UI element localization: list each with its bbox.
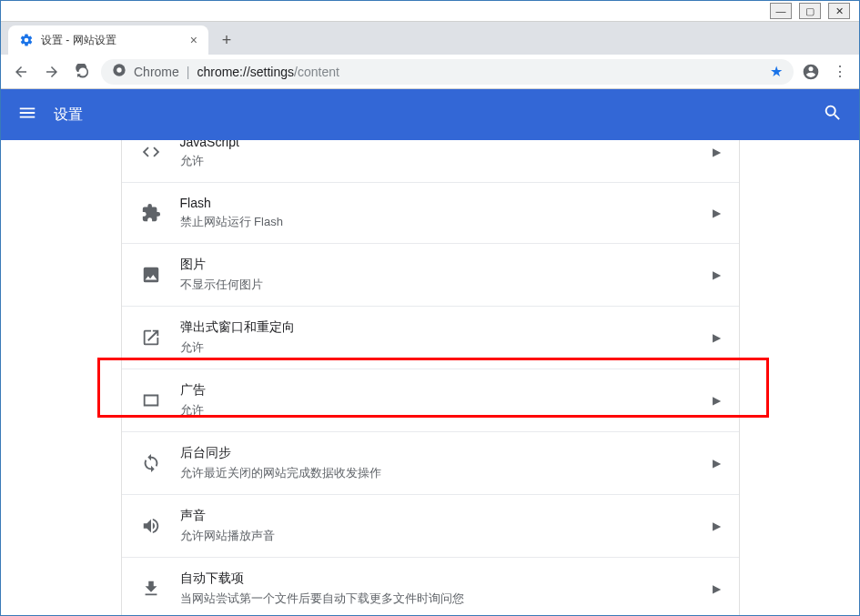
- back-button[interactable]: [8, 59, 34, 85]
- item-popups[interactable]: 弹出式窗口和重定向 允许 ▶: [122, 307, 739, 369]
- toolbar: Chrome | chrome://settings/content ★ ⋮: [1, 55, 859, 89]
- item-title: 自动下载项: [180, 571, 694, 587]
- app-header: 设置: [1, 89, 859, 140]
- item-ads[interactable]: 广告 允许 ▶: [122, 369, 739, 432]
- scroll-region[interactable]: JavaScript 允许 ▶ Flash 禁止网站运行 Flash ▶: [1, 140, 859, 615]
- chevron-right-icon: ▶: [713, 457, 721, 470]
- page-title: 设置: [54, 106, 83, 125]
- item-subtitle: 允许网站播放声音: [180, 528, 694, 544]
- forward-button[interactable]: [39, 59, 65, 85]
- maximize-button[interactable]: ▢: [799, 3, 821, 19]
- omnibox-separator: |: [187, 65, 190, 79]
- window-controls: — ▢ ✕: [1, 1, 859, 22]
- reload-button[interactable]: [70, 59, 96, 85]
- chevron-right-icon: ▶: [713, 268, 721, 281]
- sound-icon: [140, 515, 162, 537]
- popup-icon: [140, 327, 162, 348]
- minimize-button[interactable]: —: [770, 3, 792, 19]
- new-tab-button[interactable]: +: [214, 27, 239, 53]
- item-title: 声音: [180, 508, 694, 524]
- image-icon: [140, 264, 162, 286]
- item-sound[interactable]: 声音 允许网站播放声音 ▶: [122, 495, 739, 558]
- tab-strip: 设置 - 网站设置 × +: [1, 22, 859, 55]
- chevron-right-icon: ▶: [713, 582, 721, 595]
- extension-icon: [140, 202, 162, 224]
- item-title: Flash: [180, 196, 694, 210]
- profile-avatar[interactable]: [799, 60, 823, 84]
- hamburger-icon[interactable]: [17, 103, 37, 126]
- chevron-right-icon: ▶: [713, 146, 721, 158]
- chevron-right-icon: ▶: [713, 331, 721, 344]
- item-title: 广告: [180, 382, 694, 399]
- item-subtitle: 允许: [180, 153, 694, 169]
- chrome-icon: [112, 63, 126, 80]
- download-icon: [140, 578, 162, 600]
- tab-title: 设置 - 网站设置: [41, 33, 116, 48]
- chevron-right-icon: ▶: [713, 520, 721, 532]
- omnibox-url: chrome://settings/content: [197, 65, 339, 79]
- item-subtitle: 不显示任何图片: [180, 277, 694, 293]
- item-subtitle: 允许最近关闭的网站完成数据收发操作: [180, 465, 694, 481]
- close-window-button[interactable]: ✕: [828, 3, 850, 19]
- item-title: 图片: [180, 257, 694, 273]
- svg-point-1: [116, 67, 121, 72]
- code-icon: [140, 141, 162, 163]
- item-title: 后台同步: [180, 445, 694, 461]
- item-javascript[interactable]: JavaScript 允许 ▶: [122, 140, 739, 183]
- item-subtitle: 允许: [180, 402, 694, 419]
- item-background-sync[interactable]: 后台同步 允许最近关闭的网站完成数据收发操作 ▶: [122, 432, 739, 495]
- item-subtitle: 当网站尝试第一个文件后要自动下载更多文件时询问您: [180, 591, 694, 607]
- search-icon[interactable]: [823, 103, 843, 126]
- chevron-right-icon: ▶: [713, 207, 721, 219]
- omnibox-prefix: Chrome: [134, 65, 179, 79]
- item-images[interactable]: 图片 不显示任何图片 ▶: [122, 244, 739, 307]
- sync-icon: [140, 452, 162, 474]
- item-auto-download[interactable]: 自动下载项 当网站尝试第一个文件后要自动下载更多文件时询问您 ▶: [122, 558, 739, 615]
- menu-button[interactable]: ⋮: [828, 60, 852, 84]
- item-flash[interactable]: Flash 禁止网站运行 Flash ▶: [122, 183, 739, 244]
- gear-icon: [19, 33, 34, 47]
- chevron-right-icon: ▶: [713, 394, 721, 407]
- bookmark-star-icon[interactable]: ★: [770, 63, 783, 80]
- browser-tab[interactable]: 设置 - 网站设置 ×: [8, 25, 208, 55]
- item-title: JavaScript: [180, 140, 694, 149]
- close-tab-icon[interactable]: ×: [190, 33, 197, 47]
- ads-icon: [140, 389, 162, 411]
- settings-list: JavaScript 允许 ▶ Flash 禁止网站运行 Flash ▶: [121, 140, 740, 615]
- content-area: JavaScript 允许 ▶ Flash 禁止网站运行 Flash ▶: [1, 140, 859, 615]
- item-title: 弹出式窗口和重定向: [180, 319, 694, 336]
- item-subtitle: 允许: [180, 339, 694, 356]
- address-bar[interactable]: Chrome | chrome://settings/content ★: [101, 59, 794, 85]
- item-subtitle: 禁止网站运行 Flash: [180, 214, 694, 230]
